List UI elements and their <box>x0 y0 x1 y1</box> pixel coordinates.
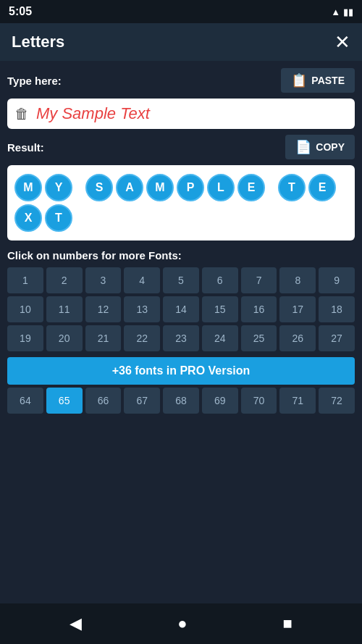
font-number-button[interactable]: 16 <box>241 296 277 322</box>
battery-icon: ▮▮ <box>343 7 353 17</box>
font-number-button[interactable]: 20 <box>46 325 83 351</box>
font-number-button[interactable]: 6 <box>202 267 238 293</box>
font-number-button[interactable]: 8 <box>279 267 316 293</box>
status-time: 5:05 <box>9 5 32 18</box>
font-number-button[interactable]: 14 <box>163 296 199 322</box>
font-number-button[interactable]: 11 <box>46 296 83 322</box>
pro-section: +36 fonts in PRO Version6465666768697071… <box>7 357 355 414</box>
font-number-button[interactable]: 17 <box>279 296 316 322</box>
trash-icon[interactable]: 🗑 <box>14 106 29 122</box>
letter-circle: S <box>85 174 113 201</box>
result-row: Result: 📄 COPY <box>7 135 355 159</box>
result-label: Result: <box>7 141 44 154</box>
font-number-button[interactable]: 64 <box>7 388 43 414</box>
font-number-button[interactable]: 70 <box>241 388 277 414</box>
page-title: Letters <box>12 33 64 51</box>
type-label: Type here: <box>7 75 62 87</box>
font-number-button[interactable]: 25 <box>241 325 277 351</box>
home-button[interactable]: ● <box>163 609 201 639</box>
letter-circle: P <box>177 174 204 201</box>
font-number-button[interactable]: 1 <box>7 267 43 293</box>
input-row: 🗑 <box>7 99 355 129</box>
font-number-button[interactable]: 9 <box>319 267 355 293</box>
copy-icon: 📄 <box>295 139 311 155</box>
letter-circle: M <box>14 174 42 201</box>
font-number-button[interactable]: 72 <box>319 388 355 414</box>
font-number-button[interactable]: 12 <box>85 296 122 322</box>
letter-circle: Y <box>45 174 72 201</box>
pro-banner[interactable]: +36 fonts in PRO Version <box>7 357 355 385</box>
letter-circle: E <box>308 174 336 201</box>
font-number-button[interactable]: 22 <box>124 325 160 351</box>
back-button[interactable]: ◀ <box>55 609 96 639</box>
font-number-button[interactable]: 27 <box>319 325 355 351</box>
font-number-button[interactable]: 67 <box>124 388 160 414</box>
paste-button[interactable]: 📋 PASTE <box>281 68 355 93</box>
font-number-button[interactable]: 13 <box>124 296 160 322</box>
letter-circle: E <box>237 174 265 201</box>
close-button[interactable]: ✕ <box>334 33 350 51</box>
bottom-nav: ◀ ● ■ <box>0 603 362 644</box>
font-number-button[interactable]: 26 <box>279 325 316 351</box>
font-number-button[interactable]: 71 <box>279 388 316 414</box>
font-number-button[interactable]: 19 <box>7 325 43 351</box>
font-number-button[interactable]: 5 <box>163 267 199 293</box>
font-label: Click on numbers for more Fonts: <box>7 249 355 262</box>
letter-circle: M <box>146 174 174 201</box>
recents-button[interactable]: ■ <box>269 609 307 639</box>
letter-circle: T <box>45 204 72 232</box>
letter-circle: X <box>14 204 42 232</box>
font-number-button[interactable]: 24 <box>202 325 238 351</box>
clipboard-icon: 📋 <box>291 72 307 88</box>
text-input[interactable] <box>36 104 348 123</box>
letter-circle: A <box>116 174 143 201</box>
font-number-button[interactable]: 69 <box>202 388 238 414</box>
letter-circle: T <box>278 174 306 201</box>
copy-button[interactable]: 📄 COPY <box>285 135 355 159</box>
font-number-button[interactable]: 10 <box>7 296 43 322</box>
status-bar: 5:05 ▲ ▮▮ <box>0 0 362 23</box>
font-number-button[interactable]: 15 <box>202 296 238 322</box>
main-content: Type here: 📋 PASTE 🗑 Result: 📄 COPY MYSA… <box>0 61 362 603</box>
font-number-button[interactable]: 23 <box>163 325 199 351</box>
font-number-button[interactable]: 68 <box>163 388 199 414</box>
paste-label: PASTE <box>311 75 345 86</box>
result-display: MYSAMPLETEXT <box>7 165 355 241</box>
font-number-button[interactable]: 4 <box>124 267 160 293</box>
letter-circle: L <box>207 174 235 201</box>
font-number-button[interactable]: 65 <box>46 388 83 414</box>
font-number-button[interactable]: 18 <box>319 296 355 322</box>
app-header: Letters ✕ <box>0 23 362 61</box>
font-number-button[interactable]: 66 <box>85 388 122 414</box>
font-number-button[interactable]: 3 <box>85 267 122 293</box>
type-row: Type here: 📋 PASTE <box>7 68 355 93</box>
number-grid: 1234567891011121314151617181920212223242… <box>7 267 355 351</box>
status-icons: ▲ ▮▮ <box>331 7 353 17</box>
font-number-button[interactable]: 21 <box>85 325 122 351</box>
copy-label: COPY <box>316 141 345 153</box>
font-number-button[interactable]: 2 <box>46 267 83 293</box>
font-number-button[interactable]: 7 <box>241 267 277 293</box>
signal-icon: ▲ <box>331 7 340 17</box>
